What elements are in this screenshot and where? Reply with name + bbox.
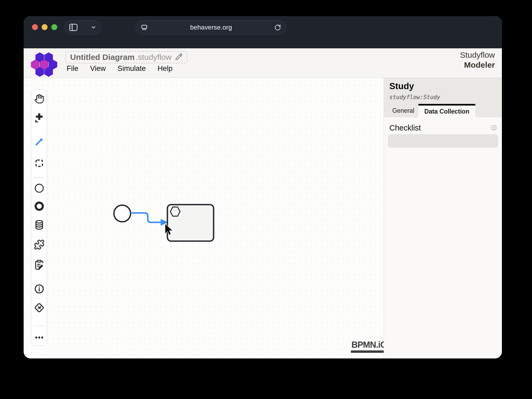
transform-tool-icon[interactable] <box>33 302 45 314</box>
page-icon <box>141 24 148 31</box>
tab-data-collection[interactable]: Data Collection <box>418 104 475 117</box>
diagram-name: Untitled Diagram <box>70 53 135 62</box>
diagram-canvas[interactable]: BPMN.iO <box>24 78 384 358</box>
start-event-tool-icon[interactable] <box>33 182 45 194</box>
study-task-shape[interactable] <box>167 205 214 241</box>
menu-bar: File View Simulate Help <box>67 64 172 73</box>
diagram-extension: .studyflow <box>136 53 171 62</box>
browser-chrome: behaverse.org <box>24 16 502 48</box>
help-icon[interactable]: ? <box>490 125 498 133</box>
zoom-window-button[interactable] <box>51 24 57 30</box>
address-bar[interactable]: behaverse.org <box>136 20 286 34</box>
start-event-shape[interactable] <box>114 205 131 222</box>
close-window-button[interactable] <box>32 24 38 30</box>
menu-view[interactable]: View <box>90 64 106 73</box>
create-tool-icon[interactable] <box>33 112 45 124</box>
menu-simulate[interactable]: Simulate <box>118 64 146 73</box>
diagram-shapes <box>24 78 384 358</box>
checklist-label: Checklist <box>389 124 421 132</box>
diagram-title-field[interactable]: Untitled Diagram .studyflow <box>65 51 187 63</box>
palette-divider <box>34 326 44 326</box>
app-header: Untitled Diagram .studyflow File View Si… <box>24 48 502 78</box>
properties-panel-header: Study studyflow:Study General Data Colle… <box>384 78 502 117</box>
properties-panel: Study studyflow:Study General Data Colle… <box>384 78 502 358</box>
browser-window: behaverse.org Untitled Diagram .studyflo… <box>24 16 502 358</box>
checklist-input[interactable] <box>388 134 498 148</box>
element-title: Study <box>389 81 414 91</box>
main-area: BPMN.iO Study studyflow:Study General Da… <box>24 78 502 358</box>
mouse-cursor <box>164 224 173 237</box>
sidebar-button-group <box>64 20 101 34</box>
tool-palette <box>31 89 47 346</box>
reload-icon[interactable] <box>274 24 281 31</box>
sequence-flow-connector[interactable] <box>131 213 161 222</box>
bpmn-io-watermark[interactable]: BPMN.iO <box>351 339 387 353</box>
brand-line-2: Modeler <box>460 60 495 70</box>
svg-text:?: ? <box>493 126 495 130</box>
more-tools-icon[interactable] <box>33 332 45 343</box>
sidebar-toggle-icon[interactable] <box>69 24 78 31</box>
connect-tool-icon[interactable] <box>33 136 45 148</box>
palette-divider <box>34 177 44 178</box>
data-store-tool-icon[interactable] <box>33 219 45 231</box>
plugin-tool-icon[interactable] <box>33 239 45 251</box>
info-tool-icon[interactable] <box>33 283 45 295</box>
tab-general[interactable]: General <box>388 104 418 117</box>
app-brand: Studyflow Modeler <box>460 50 495 70</box>
brand-line-1: Studyflow <box>460 50 495 60</box>
menu-help[interactable]: Help <box>158 64 173 73</box>
url-text[interactable]: behaverse.org <box>148 24 274 31</box>
end-event-tool-icon[interactable] <box>33 200 45 212</box>
edit-pencil-icon[interactable] <box>175 53 182 61</box>
element-type: studyflow:Study <box>389 94 440 100</box>
traffic-lights <box>32 24 57 30</box>
chevron-down-icon[interactable] <box>91 24 96 30</box>
hand-tool-icon[interactable] <box>33 93 45 105</box>
lasso-tool-icon[interactable] <box>33 157 45 169</box>
menu-file[interactable]: File <box>67 64 78 73</box>
behaverse-logo <box>31 52 57 77</box>
checklist-tool-icon[interactable] <box>33 259 45 271</box>
minimize-window-button[interactable] <box>42 24 48 30</box>
